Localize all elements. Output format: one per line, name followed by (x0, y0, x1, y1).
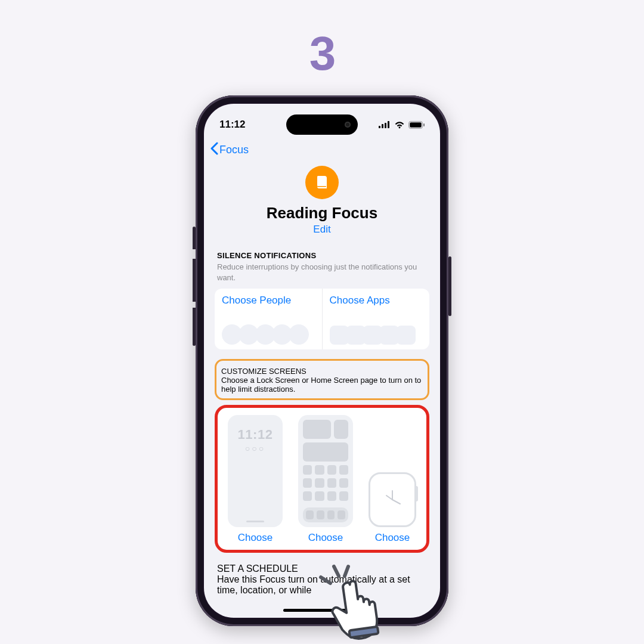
svg-rect-1 (382, 124, 383, 128)
status-time: 11:12 (219, 119, 245, 131)
edit-button[interactable]: Edit (313, 224, 330, 236)
people-placeholder (222, 324, 315, 345)
home-screen-preview (298, 415, 353, 527)
choose-lock-label: Choose (228, 532, 283, 544)
iphone-device-frame: 11:12 Focus (196, 95, 448, 626)
choose-people-label: Choose People (222, 295, 315, 306)
book-icon (305, 166, 339, 199)
customize-description: Choose a Lock Screen or Home Screen page… (221, 376, 423, 394)
svg-rect-2 (385, 123, 386, 128)
choose-people-button[interactable]: Choose People (215, 289, 323, 349)
iphone-screen: 11:12 Focus (204, 104, 440, 618)
choose-watch-face[interactable]: Choose (369, 415, 416, 544)
choose-apps-button[interactable]: Choose Apps (323, 289, 430, 349)
cellular-icon (379, 121, 391, 128)
svg-rect-5 (410, 122, 422, 128)
apps-placeholder (330, 326, 423, 345)
page-title: Reading Focus (215, 204, 429, 222)
choose-apps-label: Choose Apps (330, 295, 423, 306)
svg-rect-0 (379, 126, 380, 128)
lock-screen-preview: 11:12 ○○○ (228, 415, 283, 527)
customize-heading: CUSTOMIZE SCREENS (221, 367, 423, 376)
customize-section-highlight: CUSTOMIZE SCREENS Choose a Lock Screen o… (215, 359, 429, 400)
svg-rect-3 (388, 121, 389, 128)
choose-lock-screen[interactable]: 11:12 ○○○ Choose (228, 415, 283, 544)
svg-rect-15 (349, 627, 378, 638)
svg-line-11 (386, 496, 392, 500)
watch-preview (369, 472, 416, 527)
silence-heading: SILENCE NOTIFICATIONS (217, 251, 427, 260)
battery-icon (408, 121, 425, 129)
navbar: Focus (204, 137, 440, 162)
schedule-description: Have this Focus turn on automatically at… (217, 574, 427, 596)
silence-section-header: SILENCE NOTIFICATIONS Reduce interruptio… (215, 236, 429, 283)
schedule-heading: SET A SCHEDULE (217, 564, 427, 574)
choose-home-screen[interactable]: Choose (298, 415, 353, 544)
back-button[interactable]: Focus (210, 142, 249, 158)
lock-preview-dots: ○○○ (228, 444, 283, 453)
wifi-icon (394, 121, 405, 129)
lock-preview-time: 11:12 (228, 427, 283, 442)
customize-screens-highlight: 11:12 ○○○ Choose (215, 405, 429, 553)
back-label: Focus (219, 144, 249, 156)
schedule-section-header: SET A SCHEDULE Have this Focus turn on a… (215, 553, 429, 596)
svg-rect-6 (423, 123, 425, 126)
focus-header: Reading Focus Edit (215, 162, 429, 236)
home-indicator (283, 609, 361, 612)
silence-description: Reduce interruptions by choosing just th… (217, 262, 427, 283)
silence-card: Choose People Choose Apps (215, 289, 429, 349)
chevron-left-icon (210, 142, 219, 158)
dynamic-island (286, 114, 358, 135)
svg-rect-8 (317, 185, 327, 186)
svg-line-10 (392, 500, 400, 504)
choose-home-label: Choose (298, 532, 353, 544)
choose-watch-label: Choose (369, 532, 416, 544)
step-number: 3 (0, 26, 644, 81)
